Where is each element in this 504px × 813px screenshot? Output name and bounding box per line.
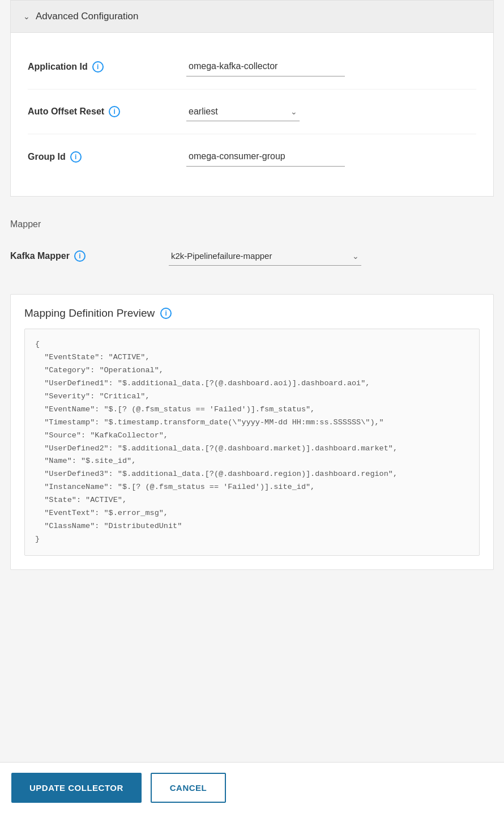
config-fields: Application Id i Auto Offset Reset i ear… <box>11 33 493 196</box>
application-id-input[interactable] <box>186 57 345 76</box>
group-id-label-group: Group Id i <box>28 151 186 163</box>
group-id-label: Group Id <box>28 152 66 162</box>
auto-offset-reset-select-wrapper: earliest latest none ⌄ <box>186 102 300 121</box>
advanced-config-section: ⌄ Advanced Configuration Application Id … <box>10 0 494 197</box>
auto-offset-reset-row: Auto Offset Reset i earliest latest none… <box>28 90 476 134</box>
cancel-button[interactable]: CANCEL <box>151 773 227 803</box>
application-id-info-icon[interactable]: i <box>92 61 104 73</box>
mapping-preview-info-icon[interactable]: i <box>160 308 172 319</box>
mapper-section-title: Mapper <box>10 219 494 229</box>
group-id-input[interactable] <box>186 147 345 167</box>
application-id-row: Application Id i <box>28 44 476 90</box>
auto-offset-reset-select[interactable]: earliest latest none <box>186 102 300 121</box>
auto-offset-reset-label: Auto Offset Reset <box>28 107 104 117</box>
group-id-row: Group Id i <box>28 134 476 179</box>
mapping-preview-title: Mapping Definition Preview <box>24 307 155 320</box>
mapping-preview-header: Mapping Definition Preview i <box>11 295 493 329</box>
kafka-mapper-select[interactable]: k2k-Pipelinefailure-mapper default-mappe… <box>169 246 361 265</box>
json-content: { "EventState": "ACTIVE", "Category": "O… <box>25 329 479 555</box>
kafka-mapper-label-group: Kafka Mapper i <box>10 250 169 262</box>
mapper-section: Mapper Kafka Mapper i k2k-Pipelinefailur… <box>0 208 504 277</box>
application-id-label: Application Id <box>28 62 88 72</box>
kafka-mapper-row: Kafka Mapper i k2k-Pipelinefailure-mappe… <box>10 241 494 271</box>
auto-offset-reset-label-group: Auto Offset Reset i <box>28 106 186 117</box>
mapping-preview-body: { "EventState": "ACTIVE", "Category": "O… <box>24 329 480 556</box>
kafka-mapper-label: Kafka Mapper <box>10 251 70 261</box>
action-bar: UPDATE COLLECTOR CANCEL <box>0 762 504 813</box>
auto-offset-reset-info-icon[interactable]: i <box>109 106 120 117</box>
advanced-config-header[interactable]: ⌄ Advanced Configuration <box>11 1 493 33</box>
application-id-label-group: Application Id i <box>28 61 186 73</box>
kafka-mapper-select-wrapper: k2k-Pipelinefailure-mapper default-mappe… <box>169 246 361 266</box>
mapping-preview-card: Mapping Definition Preview i { "EventSta… <box>10 294 494 570</box>
update-collector-button[interactable]: UPDATE COLLECTOR <box>11 773 142 803</box>
kafka-mapper-info-icon[interactable]: i <box>74 250 86 262</box>
expand-chevron-icon: ⌄ <box>23 12 30 21</box>
advanced-config-title: Advanced Configuration <box>36 11 138 22</box>
group-id-info-icon[interactable]: i <box>70 151 82 163</box>
page-wrapper: ⌄ Advanced Configuration Application Id … <box>0 0 504 649</box>
